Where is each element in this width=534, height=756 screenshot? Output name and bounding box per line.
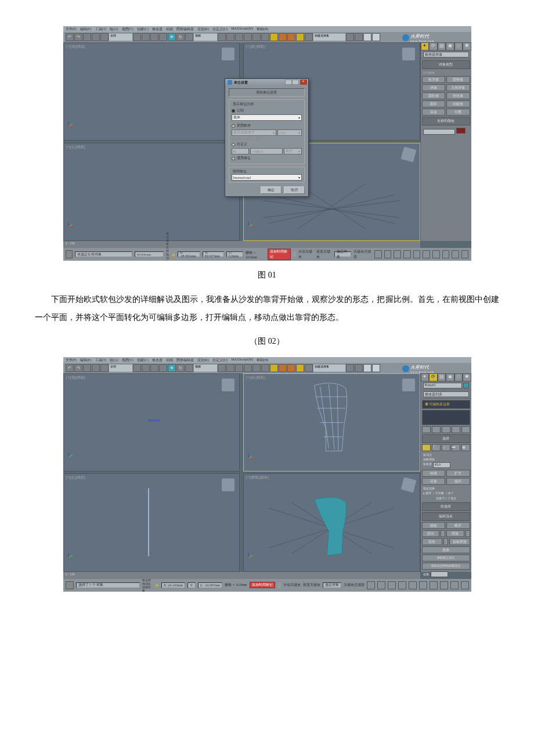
viewcube-icon[interactable] (222, 379, 234, 391)
play-end-icon[interactable] (409, 581, 417, 589)
chamfer-settings-icon[interactable] (443, 538, 448, 545)
close-icon[interactable]: × (300, 80, 307, 85)
prompt-icon[interactable] (66, 581, 74, 589)
select-icon[interactable] (133, 33, 141, 41)
zoom-icon[interactable] (423, 250, 430, 258)
element-subobj-icon[interactable]: ▦ (461, 444, 470, 451)
menu-custom[interactable]: 自定义(U) (212, 358, 228, 362)
menu-tools[interactable]: 工具(T) (95, 27, 107, 31)
stack-item[interactable]: 可编辑多边形 (429, 402, 450, 406)
menu-graph[interactable]: 图形编辑器 (176, 27, 194, 31)
modifier-stack-area[interactable] (422, 410, 470, 425)
remove-button[interactable]: 移除 (422, 522, 446, 529)
viewport-left[interactable]: [+][左][线框] (63, 473, 240, 571)
layers-icon[interactable] (296, 33, 304, 41)
weld-button[interactable]: 焊接 (446, 530, 464, 537)
box-button[interactable]: 长方体 (422, 76, 446, 83)
loop-button[interactable]: 循环 (446, 478, 470, 485)
utilities-tab-icon[interactable]: ✱ (463, 373, 471, 381)
modify-tab-icon[interactable]: ⟳ (429, 373, 438, 381)
sphere-button[interactable]: 球体 (422, 84, 446, 91)
play-start-icon[interactable] (367, 581, 375, 589)
ref-coord-dropdown[interactable]: 视图 (194, 34, 217, 41)
menu-anim[interactable]: 动画 (166, 27, 173, 31)
viewport-front[interactable]: [+][前][线框] (243, 373, 420, 471)
undo-icon[interactable]: ↶ (66, 33, 74, 41)
setkey-button[interactable]: 设置关键点 (316, 249, 332, 260)
pan-icon[interactable] (440, 581, 448, 589)
play-icon[interactable] (388, 581, 396, 589)
bind-icon[interactable] (100, 33, 109, 41)
play-prev-icon[interactable] (384, 250, 392, 258)
edge-subobj-icon[interactable]: ╱ (432, 444, 441, 451)
dialog-titlebar[interactable]: 单位设置 × (225, 79, 308, 86)
render-frame-icon[interactable] (363, 364, 371, 372)
menu-maxscript[interactable]: MAXScript(M) (231, 27, 253, 31)
coord-z[interactable]: Z: -24.097mm (198, 582, 223, 588)
coord-z[interactable]: Z: 0.0mm (226, 251, 243, 257)
menu-modifiers[interactable]: 修改器 (152, 358, 163, 362)
menu-group[interactable]: 组(G) (110, 358, 118, 362)
align-icon[interactable] (279, 364, 287, 372)
display-tab-icon[interactable]: □ (454, 42, 463, 51)
teapot-button[interactable]: 茶壶 (422, 109, 446, 116)
spinner-snap-icon[interactable] (261, 33, 269, 41)
object-color-swatch[interactable] (456, 128, 466, 134)
select-icon[interactable] (133, 364, 141, 372)
stack-expand-icon[interactable]: ▣ (425, 402, 428, 406)
viewcube-icon[interactable] (222, 48, 234, 60)
geosphere-button[interactable]: 几何球体 (446, 84, 470, 91)
link-icon[interactable] (83, 364, 91, 372)
target-weld-button[interactable]: 目标焊接 (449, 538, 470, 545)
unlink-icon[interactable] (92, 364, 100, 372)
maxscript-prompt[interactable]: MAXScript: (135, 251, 164, 257)
pivot-icon[interactable] (218, 33, 226, 41)
layers-icon[interactable] (296, 364, 304, 372)
create-tab-icon[interactable]: ✦ (421, 373, 430, 381)
shrink-button[interactable]: 收缩 (422, 470, 446, 477)
cone-button[interactable]: 圆锥体 (446, 76, 470, 83)
autokey-button[interactable]: 自动关键点 (283, 582, 301, 588)
zoom-icon[interactable] (419, 581, 427, 589)
coord-y[interactable]: Y: (187, 582, 195, 588)
angle-spinner[interactable]: 45.0 (433, 462, 450, 468)
chamfer-button[interactable]: 切角 (422, 538, 443, 545)
edit-vertices-rollout[interactable]: 编辑顶点 (422, 512, 470, 521)
menu-maxscript[interactable]: MAXScript(M) (231, 358, 253, 362)
object-name-field[interactable] (423, 129, 455, 135)
orbit-icon[interactable] (450, 581, 459, 589)
remove-unused-button[interactable]: 移除未使用的贴图顶点 (422, 563, 470, 570)
zoom-all-icon[interactable] (430, 581, 438, 589)
weld-settings-icon[interactable] (466, 530, 470, 537)
motion-tab-icon[interactable]: ◉ (446, 373, 454, 381)
hierarchy-tab-icon[interactable]: ▤ (438, 42, 446, 51)
viewcube-icon[interactable] (402, 48, 415, 60)
menu-help[interactable]: 帮助(H) (257, 358, 268, 362)
manip-icon[interactable] (226, 364, 234, 372)
autogrid-checkbox[interactable]: 自动栅格 (421, 70, 471, 75)
play-next-icon[interactable] (398, 581, 406, 589)
play-next-icon[interactable] (403, 250, 411, 258)
name-color-rollout[interactable]: 名称和颜色 (422, 117, 470, 125)
percent-snap-icon[interactable] (252, 364, 261, 372)
maximize-viewport-icon[interactable] (461, 581, 469, 589)
extrude-settings-icon[interactable] (441, 530, 445, 537)
ref-coord-dropdown[interactable]: 视图 (194, 365, 217, 372)
lock-icon[interactable]: 🔒 (171, 253, 175, 257)
render-setup-icon[interactable] (355, 33, 363, 41)
menu-create[interactable]: 创建(C) (137, 358, 149, 362)
curve-editor-icon[interactable] (305, 33, 313, 41)
rotate-icon[interactable]: ↻ (176, 33, 185, 41)
tube-button[interactable]: 管状体 (446, 92, 470, 99)
angle-snap-icon[interactable] (244, 364, 252, 372)
keyfilter-button[interactable]: 关键点过滤器 (353, 249, 372, 260)
menu-render[interactable]: 渲染(R) (197, 358, 209, 362)
grow-button[interactable]: 扩大 (446, 470, 470, 477)
system-unit-setup-button[interactable]: 系统单位设置 (229, 88, 305, 97)
cylinder-button[interactable]: 圆柱体 (422, 92, 446, 99)
play-prev-icon[interactable] (377, 581, 385, 589)
window-crossing-icon[interactable] (159, 364, 167, 372)
menu-bar[interactable]: 文件(F) 编辑(E) 工具(T) 组(G) 视图(V) 创建(C) 修改器 动… (63, 26, 471, 32)
zoom-all-icon[interactable] (432, 250, 440, 258)
viewcube-icon[interactable] (222, 478, 234, 491)
